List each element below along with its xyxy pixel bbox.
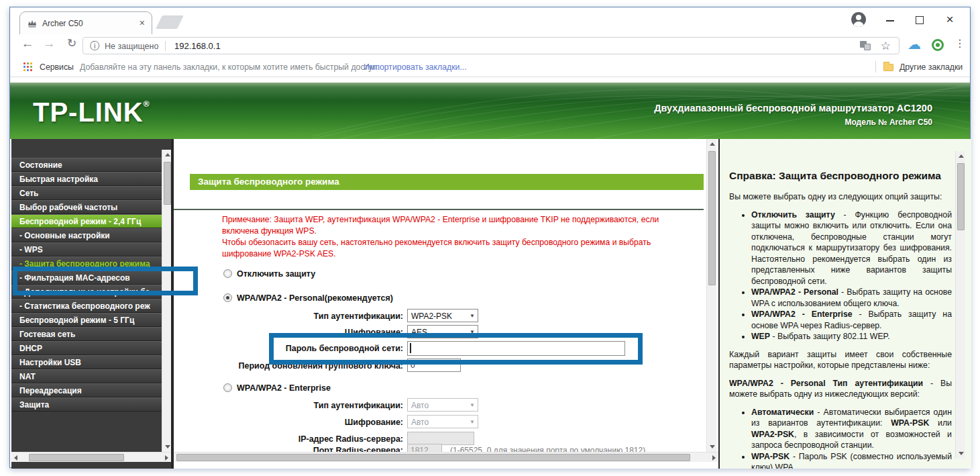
help-paragraph: Каждый вариант защиты имеет свои собстве… <box>729 349 952 371</box>
other-bookmarks-button[interactable]: Другие закладки <box>900 62 963 72</box>
help-vertical-scrollbar[interactable] <box>955 151 965 459</box>
sidebar-item-wireless-24ghz[interactable]: Беспроводной режим - 2,4 ГГц <box>11 214 162 228</box>
sidebar-item-basic-settings[interactable]: - Основные настройки <box>11 228 162 242</box>
sidebar-item-quick-setup[interactable]: Быстрая настройка <box>11 172 162 186</box>
scroll-up-arrow[interactable] <box>165 153 170 156</box>
sidebar-item-forwarding[interactable]: Переадресация <box>11 383 162 397</box>
profile-body <box>853 21 864 27</box>
title-divider-line <box>174 209 704 210</box>
help-title: Справка: Защита беспроводного режима <box>729 169 952 183</box>
scroll-down-arrow[interactable] <box>165 445 170 448</box>
info-icon[interactable]: ⓘ <box>90 40 99 52</box>
sidebar-item-usb-settings[interactable]: Настройки USB <box>11 355 162 369</box>
sidebar-item-nat[interactable]: NAT <box>11 369 162 383</box>
services-bookmark[interactable]: Сервисы <box>40 62 74 72</box>
dropdown-arrow-icon: ▼ <box>470 419 475 425</box>
disable-security-label: Отключить защиту <box>237 269 315 279</box>
url-separator <box>165 41 166 51</box>
wpa-personal-radio[interactable] <box>223 293 232 302</box>
help-paragraph: WPA/WPA2 - Personal Тип аутентификации -… <box>729 378 952 400</box>
browser-menu-icon[interactable]: ⋮ <box>955 37 965 50</box>
sidebar-hscrollbar-thumb[interactable] <box>29 454 124 461</box>
help-auth-list: Автоматически - Автоматически выбирается… <box>729 407 952 469</box>
list-item: WEP - Выбрать защиту 802.11 WEP. <box>751 331 952 342</box>
browser-toolbar: ← → ↻ ⓘ Не защищено 192.168.0.1 ☆ ☁ ⋮ <box>10 34 970 57</box>
main-vertical-scrollbar[interactable] <box>706 139 716 452</box>
tab-favicon-icon <box>27 18 38 29</box>
scroll-left-arrow[interactable] <box>14 455 17 461</box>
browser-window: Archer C50 × × ← → ↻ ⓘ Не защищено 192.1… <box>9 7 971 468</box>
router-subtitle: Двухдиапазонный беспроводной маршрутизат… <box>654 103 932 113</box>
desktop: Archer C50 × × ← → ↻ ⓘ Не защищено 192.1… <box>0 0 980 476</box>
radius-ip-label: IP-адрес Radius-сервера: <box>174 434 403 444</box>
router-header-banner: TP-LINK® Двухдиапазонный беспроводной ма… <box>10 83 970 139</box>
tab-close-icon[interactable]: × <box>140 17 145 28</box>
bookmarks-hint: Добавляйте на эту панель закладки, к кот… <box>80 62 380 72</box>
sidebar-item-band-selection[interactable]: Выбор рабочей частоты <box>11 200 162 214</box>
sidebar-item-dhcp[interactable]: DHCP <box>11 341 162 355</box>
cipher2-label: Шифрование: <box>174 418 403 427</box>
wps-warning-note: Примечание: Защита WEP, аутентификация W… <box>222 214 696 237</box>
help-scrollbar-thumb[interactable] <box>957 163 965 230</box>
sidebar-scrollbar-thumb[interactable] <box>164 162 171 205</box>
sidebar-menu: Состояние Быстрая настройка Сеть Выбор р… <box>11 139 171 469</box>
sidebar-horizontal-scrollbar[interactable] <box>11 452 171 462</box>
sidebar-item-wireless-5ghz[interactable]: Беспроводной режим - 5 ГГц <box>11 313 162 327</box>
list-item: WPA/WPA2 - Personal - Выбрать защиту на … <box>751 287 952 309</box>
sidebar-item-network[interactable]: Сеть <box>11 186 162 200</box>
reload-icon[interactable]: ↻ <box>64 36 80 50</box>
scroll-up-arrow[interactable] <box>959 154 964 158</box>
apps-grid-icon[interactable] <box>23 62 32 71</box>
bookmark-star-icon[interactable]: ☆ <box>881 39 891 53</box>
scroll-down-arrow[interactable] <box>710 445 715 448</box>
list-item: Автоматически - Автоматически выбирается… <box>751 407 952 451</box>
cloud-extension-icon[interactable]: ☁ <box>908 36 921 52</box>
bookmarks-bar: Сервисы Добавляйте на эту панель закладк… <box>10 57 970 77</box>
security-label: Не защищено <box>105 42 158 51</box>
profile-icon[interactable] <box>851 12 866 27</box>
auth-type-label: Тип аутентификации: <box>174 312 403 321</box>
highlight-box-sidebar-item <box>13 267 198 295</box>
address-bar[interactable]: ⓘ Не защищено 192.168.0.1 ☆ <box>83 37 900 54</box>
main-hscrollbar-thumb[interactable] <box>176 454 690 461</box>
browser-tab[interactable]: Archer C50 × <box>19 11 152 34</box>
help-intro: Вы можете выбрать одну из следующих опци… <box>729 191 952 203</box>
auth-type-select[interactable]: WPA2-PSK▼ <box>407 309 478 322</box>
scroll-down-arrow[interactable] <box>959 452 964 455</box>
sidebar-item-wireless-statistics[interactable]: - Статистика беспроводного реж <box>11 299 162 313</box>
router-model: Модель № Archer C50 <box>845 117 932 127</box>
main-horizontal-scrollbar[interactable] <box>174 452 718 462</box>
scroll-right-arrow[interactable] <box>712 455 716 461</box>
wpa-enterprise-radio[interactable] <box>223 383 232 392</box>
import-bookmarks-link[interactable]: Импортировать закладки... <box>364 62 467 72</box>
target-extension-icon[interactable] <box>932 39 944 51</box>
translate-icon[interactable] <box>860 41 871 50</box>
new-tab-button[interactable] <box>156 15 184 29</box>
forward-icon[interactable]: → <box>41 36 57 51</box>
sidebar-item-guest-network[interactable]: Гостевая сеть <box>11 327 162 341</box>
tab-strip: Archer C50 × × <box>10 7 970 34</box>
help-content: Справка: Защита беспроводного режима Вы … <box>729 169 952 469</box>
scroll-up-arrow[interactable] <box>710 142 715 146</box>
sidebar-item-status[interactable]: Состояние <box>11 158 162 172</box>
disable-security-radio[interactable] <box>223 269 232 278</box>
list-item: Отключить защиту - Функцию беспроводной … <box>751 209 952 287</box>
auth-type2-select: Авто▼ <box>407 398 478 412</box>
dropdown-arrow-icon: ▼ <box>470 313 475 319</box>
sidebar-vertical-scrollbar[interactable] <box>162 150 171 452</box>
main-content: Защита беспроводного режима Примечание: … <box>174 139 718 469</box>
scroll-right-arrow[interactable] <box>165 455 168 461</box>
sidebar-item-security[interactable]: Защита <box>11 397 162 412</box>
registered-mark: ® <box>144 99 150 109</box>
highlight-box-password-field <box>269 333 643 365</box>
back-icon[interactable]: ← <box>19 36 36 51</box>
minimize-button[interactable] <box>880 11 900 29</box>
wpa-personal-label: WPA/WPA2 - Personal(рекомендуется) <box>237 293 393 303</box>
maximize-button[interactable] <box>910 11 930 29</box>
bookmarks-bar-separator <box>875 61 876 73</box>
url-text[interactable]: 192.168.0.1 <box>174 41 221 51</box>
sidebar-item-wps[interactable]: - WPS <box>11 242 162 256</box>
dropdown-arrow-icon: ▼ <box>470 402 475 408</box>
close-button[interactable]: × <box>940 11 960 29</box>
main-scrollbar-thumb[interactable] <box>708 151 716 285</box>
